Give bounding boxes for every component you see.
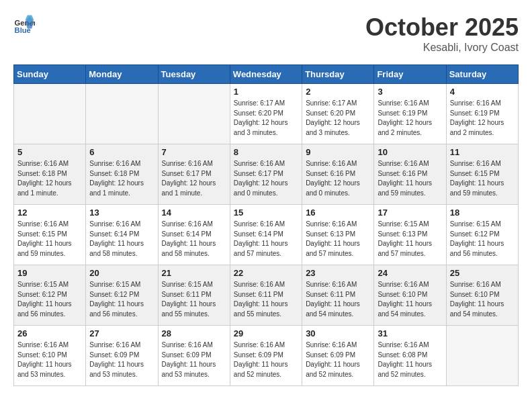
day-info: Sunrise: 6:16 AM Sunset: 6:17 PM Dayligh…	[234, 159, 298, 198]
day-info: Sunrise: 6:16 AM Sunset: 6:17 PM Dayligh…	[162, 159, 226, 198]
day-number: 1	[234, 87, 298, 97]
day-number: 16	[306, 208, 370, 218]
weekday-header-row: SundayMondayTuesdayWednesdayThursdayFrid…	[14, 65, 519, 84]
day-number: 4	[450, 87, 515, 97]
title-block: October 2025 Kesabli, Ivory Coast	[365, 13, 519, 54]
page: General Blue October 2025 Kesabli, Ivory…	[0, 0, 532, 400]
day-info: Sunrise: 6:16 AM Sunset: 6:11 PM Dayligh…	[234, 280, 298, 319]
day-info: Sunrise: 6:16 AM Sunset: 6:09 PM Dayligh…	[162, 340, 226, 379]
day-number: 10	[378, 147, 442, 157]
day-info: Sunrise: 6:16 AM Sunset: 6:13 PM Dayligh…	[306, 220, 370, 259]
calendar-cell: 8Sunrise: 6:16 AM Sunset: 6:17 PM Daylig…	[230, 144, 302, 205]
calendar-cell: 2Sunrise: 6:17 AM Sunset: 6:20 PM Daylig…	[302, 84, 374, 144]
weekday-header-monday: Monday	[86, 65, 158, 84]
weekday-header-wednesday: Wednesday	[230, 65, 302, 84]
day-number: 29	[234, 328, 298, 338]
calendar-cell: 9Sunrise: 6:16 AM Sunset: 6:16 PM Daylig…	[302, 144, 374, 205]
day-number: 6	[89, 147, 154, 157]
day-info: Sunrise: 6:16 AM Sunset: 6:16 PM Dayligh…	[378, 159, 442, 198]
day-number: 24	[378, 268, 442, 278]
day-number: 14	[162, 208, 226, 218]
day-info: Sunrise: 6:16 AM Sunset: 6:09 PM Dayligh…	[89, 340, 154, 379]
day-number: 12	[17, 208, 82, 218]
weekday-header-tuesday: Tuesday	[158, 65, 230, 84]
calendar-cell: 12Sunrise: 6:16 AM Sunset: 6:15 PM Dayli…	[14, 205, 86, 265]
day-number: 26	[17, 328, 82, 338]
day-info: Sunrise: 6:15 AM Sunset: 6:13 PM Dayligh…	[378, 220, 442, 259]
day-info: Sunrise: 6:16 AM Sunset: 6:19 PM Dayligh…	[378, 99, 442, 138]
weekday-header-friday: Friday	[374, 65, 446, 84]
calendar-week-row: 19Sunrise: 6:15 AM Sunset: 6:12 PM Dayli…	[14, 265, 519, 326]
calendar-cell: 4Sunrise: 6:16 AM Sunset: 6:19 PM Daylig…	[446, 84, 518, 144]
calendar-cell	[86, 84, 158, 144]
day-number: 23	[306, 268, 370, 278]
day-info: Sunrise: 6:15 AM Sunset: 6:12 PM Dayligh…	[450, 220, 515, 259]
day-info: Sunrise: 6:16 AM Sunset: 6:16 PM Dayligh…	[306, 159, 370, 198]
calendar-cell: 10Sunrise: 6:16 AM Sunset: 6:16 PM Dayli…	[374, 144, 446, 205]
calendar-cell: 27Sunrise: 6:16 AM Sunset: 6:09 PM Dayli…	[86, 326, 158, 386]
calendar-cell: 3Sunrise: 6:16 AM Sunset: 6:19 PM Daylig…	[374, 84, 446, 144]
day-info: Sunrise: 6:16 AM Sunset: 6:18 PM Dayligh…	[17, 159, 82, 198]
calendar-cell: 14Sunrise: 6:16 AM Sunset: 6:14 PM Dayli…	[158, 205, 230, 265]
calendar-cell: 7Sunrise: 6:16 AM Sunset: 6:17 PM Daylig…	[158, 144, 230, 205]
calendar-week-row: 26Sunrise: 6:16 AM Sunset: 6:10 PM Dayli…	[14, 326, 519, 386]
day-number: 7	[162, 147, 226, 157]
day-number: 15	[234, 208, 298, 218]
day-number: 17	[378, 208, 442, 218]
calendar-cell: 13Sunrise: 6:16 AM Sunset: 6:14 PM Dayli…	[86, 205, 158, 265]
day-number: 9	[306, 147, 370, 157]
calendar-cell: 21Sunrise: 6:15 AM Sunset: 6:11 PM Dayli…	[158, 265, 230, 326]
day-info: Sunrise: 6:16 AM Sunset: 6:10 PM Dayligh…	[378, 280, 442, 319]
calendar-cell	[158, 84, 230, 144]
day-info: Sunrise: 6:16 AM Sunset: 6:19 PM Dayligh…	[450, 99, 515, 138]
calendar-cell: 22Sunrise: 6:16 AM Sunset: 6:11 PM Dayli…	[230, 265, 302, 326]
day-number: 22	[234, 268, 298, 278]
logo: General Blue	[13, 13, 38, 35]
day-number: 31	[378, 328, 442, 338]
day-number: 5	[17, 147, 82, 157]
calendar-cell: 19Sunrise: 6:15 AM Sunset: 6:12 PM Dayli…	[14, 265, 86, 326]
calendar-cell: 28Sunrise: 6:16 AM Sunset: 6:09 PM Dayli…	[158, 326, 230, 386]
calendar-cell: 24Sunrise: 6:16 AM Sunset: 6:10 PM Dayli…	[374, 265, 446, 326]
day-info: Sunrise: 6:16 AM Sunset: 6:09 PM Dayligh…	[234, 340, 298, 379]
calendar-cell: 30Sunrise: 6:16 AM Sunset: 6:09 PM Dayli…	[302, 326, 374, 386]
day-info: Sunrise: 6:17 AM Sunset: 6:20 PM Dayligh…	[234, 99, 298, 138]
day-number: 3	[378, 87, 442, 97]
day-number: 18	[450, 208, 515, 218]
calendar-cell: 29Sunrise: 6:16 AM Sunset: 6:09 PM Dayli…	[230, 326, 302, 386]
calendar-cell	[446, 326, 518, 386]
day-number: 30	[306, 328, 370, 338]
calendar-cell: 15Sunrise: 6:16 AM Sunset: 6:14 PM Dayli…	[230, 205, 302, 265]
day-info: Sunrise: 6:15 AM Sunset: 6:12 PM Dayligh…	[89, 280, 154, 319]
day-info: Sunrise: 6:16 AM Sunset: 6:14 PM Dayligh…	[162, 220, 226, 259]
day-info: Sunrise: 6:16 AM Sunset: 6:15 PM Dayligh…	[450, 159, 515, 198]
weekday-header-saturday: Saturday	[446, 65, 518, 84]
day-info: Sunrise: 6:15 AM Sunset: 6:12 PM Dayligh…	[17, 280, 82, 319]
calendar-cell: 18Sunrise: 6:15 AM Sunset: 6:12 PM Dayli…	[446, 205, 518, 265]
day-info: Sunrise: 6:16 AM Sunset: 6:18 PM Dayligh…	[89, 159, 154, 198]
month-title: October 2025	[365, 13, 519, 42]
calendar-cell: 1Sunrise: 6:17 AM Sunset: 6:20 PM Daylig…	[230, 84, 302, 144]
day-info: Sunrise: 6:17 AM Sunset: 6:20 PM Dayligh…	[306, 99, 370, 138]
day-info: Sunrise: 6:16 AM Sunset: 6:08 PM Dayligh…	[378, 340, 442, 379]
calendar-week-row: 12Sunrise: 6:16 AM Sunset: 6:15 PM Dayli…	[14, 205, 519, 265]
calendar-cell: 16Sunrise: 6:16 AM Sunset: 6:13 PM Dayli…	[302, 205, 374, 265]
calendar-cell: 5Sunrise: 6:16 AM Sunset: 6:18 PM Daylig…	[14, 144, 86, 205]
day-number: 11	[450, 147, 515, 157]
day-number: 8	[234, 147, 298, 157]
calendar-cell: 31Sunrise: 6:16 AM Sunset: 6:08 PM Dayli…	[374, 326, 446, 386]
day-info: Sunrise: 6:15 AM Sunset: 6:11 PM Dayligh…	[162, 280, 226, 319]
day-info: Sunrise: 6:16 AM Sunset: 6:10 PM Dayligh…	[17, 340, 82, 379]
calendar-cell: 20Sunrise: 6:15 AM Sunset: 6:12 PM Dayli…	[86, 265, 158, 326]
day-number: 2	[306, 87, 370, 97]
day-number: 21	[162, 268, 226, 278]
calendar-cell	[14, 84, 86, 144]
calendar-cell: 17Sunrise: 6:15 AM Sunset: 6:13 PM Dayli…	[374, 205, 446, 265]
weekday-header-sunday: Sunday	[14, 65, 86, 84]
calendar-cell: 11Sunrise: 6:16 AM Sunset: 6:15 PM Dayli…	[446, 144, 518, 205]
calendar-table: SundayMondayTuesdayWednesdayThursdayFrid…	[13, 64, 519, 386]
day-info: Sunrise: 6:16 AM Sunset: 6:14 PM Dayligh…	[89, 220, 154, 259]
calendar-week-row: 5Sunrise: 6:16 AM Sunset: 6:18 PM Daylig…	[14, 144, 519, 205]
day-info: Sunrise: 6:16 AM Sunset: 6:14 PM Dayligh…	[234, 220, 298, 259]
day-info: Sunrise: 6:16 AM Sunset: 6:15 PM Dayligh…	[17, 220, 82, 259]
